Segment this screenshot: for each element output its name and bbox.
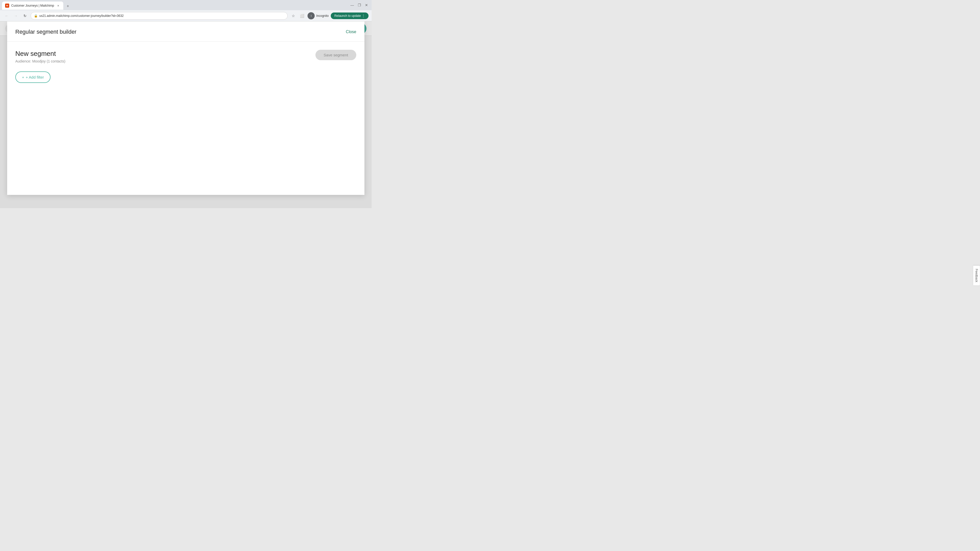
page-background: ← M My Drip Campaign Flow Draft Publish … [0, 21, 372, 208]
incognito-avatar: I [307, 12, 315, 19]
browser-titlebar: M Customer Journeys | Mailchimp ✕ + — ❐ … [0, 0, 372, 10]
plus-icon: + [22, 75, 24, 79]
tab-favicon: M [5, 3, 9, 8]
tab-title: Customer Journeys | Mailchimp [11, 4, 54, 7]
incognito-section: I Incognito [307, 12, 329, 19]
refresh-button[interactable]: ↻ [21, 12, 29, 19]
new-tab-button[interactable]: + [64, 3, 72, 10]
window-controls: — ❐ ✕ [349, 2, 369, 8]
bookmark-button[interactable]: ☆ [290, 12, 297, 19]
modal-overlay: Regular segment builder Close New segmen… [0, 21, 372, 208]
lock-icon: 🔒 [34, 14, 38, 17]
modal-header: Regular segment builder Close [7, 21, 364, 41]
segment-header: New segment Audience: Moodjoy (1 contact… [15, 50, 356, 63]
url-text: us21.admin.mailchimp.com/customer-journe… [39, 14, 284, 17]
save-segment-button[interactable]: Save segment [315, 50, 356, 60]
browser-tabs: M Customer Journeys | Mailchimp ✕ + [2, 0, 72, 10]
segment-info: New segment Audience: Moodjoy (1 contact… [15, 50, 65, 63]
segment-builder-modal: Regular segment builder Close New segmen… [7, 21, 364, 195]
tab-close-button[interactable]: ✕ [56, 3, 60, 8]
relaunch-button[interactable]: Relaunch to update ⋮ [331, 13, 369, 19]
tab-view-button[interactable]: ⬜ [298, 12, 305, 19]
modal-body: New segment Audience: Moodjoy (1 contact… [7, 41, 364, 91]
close-button[interactable]: ✕ [363, 2, 369, 8]
modal-title: Regular segment builder [15, 29, 76, 35]
browser-toolbar: ← → ↻ 🔒 us21.admin.mailchimp.com/custome… [0, 10, 372, 21]
add-filter-button[interactable]: + + Add filter [15, 71, 51, 83]
toolbar-actions: ☆ ⬜ [290, 12, 305, 19]
incognito-label: Incognito [316, 14, 329, 17]
modal-close-button[interactable]: Close [346, 30, 356, 34]
add-filter-label: + Add filter [26, 75, 44, 79]
address-bar[interactable]: 🔒 us21.admin.mailchimp.com/customer-jour… [30, 12, 288, 20]
back-navigation-button[interactable]: ← [3, 12, 10, 19]
browser-chrome: M Customer Journeys | Mailchimp ✕ + — ❐ … [0, 0, 372, 21]
segment-audience: Audience: Moodjoy (1 contacts) [15, 59, 65, 63]
segment-title: New segment [15, 50, 65, 58]
maximize-button[interactable]: ❐ [356, 2, 363, 8]
minimize-button[interactable]: — [349, 2, 355, 8]
forward-navigation-button[interactable]: → [12, 12, 19, 19]
active-tab[interactable]: M Customer Journeys | Mailchimp ✕ [2, 2, 63, 10]
